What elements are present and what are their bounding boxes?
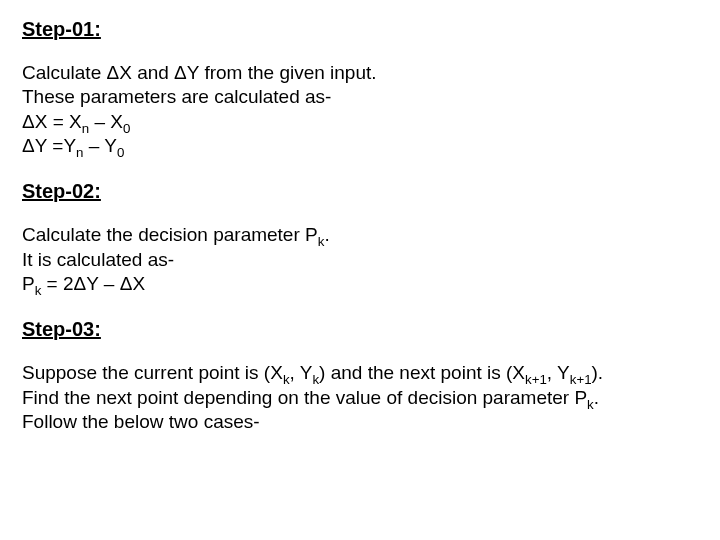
text: . — [594, 387, 599, 408]
step-02-heading: Step-02: — [22, 180, 698, 203]
step-02-body: Calculate the decision parameter Pk. It … — [22, 223, 698, 296]
step-01-line-2: These parameters are calculated as- — [22, 85, 698, 109]
text: ). — [592, 362, 604, 383]
text: Suppose the current point is (X — [22, 362, 283, 383]
text: Calculate the decision parameter P — [22, 224, 318, 245]
text: ) and the next point is (X — [319, 362, 525, 383]
step-01-heading: Step-01: — [22, 18, 698, 41]
subscript-k1: k+1 — [525, 372, 547, 387]
step-03-heading: Step-03: — [22, 318, 698, 341]
step-02-eq: Pk = 2ΔY – ΔX — [22, 272, 698, 296]
text: – X — [89, 111, 123, 132]
text: , Y — [547, 362, 570, 383]
text: P — [22, 273, 35, 294]
step-02-line-2: It is calculated as- — [22, 248, 698, 272]
step-03-body: Suppose the current point is (Xk, Yk) an… — [22, 361, 698, 434]
step-03-line-2: Find the next point depending on the val… — [22, 386, 698, 410]
step-03-line-1: Suppose the current point is (Xk, Yk) an… — [22, 361, 698, 385]
step-03-line-3: Follow the below two cases- — [22, 410, 698, 434]
document-page: Step-01: Calculate ΔX and ΔY from the gi… — [0, 0, 720, 474]
subscript-k: k — [283, 372, 290, 387]
text: – Y — [83, 135, 116, 156]
subscript-0: 0 — [117, 145, 124, 160]
subscript-k: k — [587, 396, 594, 411]
step-02-line-1: Calculate the decision parameter Pk. — [22, 223, 698, 247]
step-01-line-1: Calculate ΔX and ΔY from the given input… — [22, 61, 698, 85]
text: . — [324, 224, 329, 245]
text: , Y — [290, 362, 313, 383]
subscript-k1: k+1 — [570, 372, 592, 387]
text: ΔY =Y — [22, 135, 76, 156]
step-01-body: Calculate ΔX and ΔY from the given input… — [22, 61, 698, 158]
text: = 2ΔY – ΔX — [41, 273, 145, 294]
text: ΔX = X — [22, 111, 82, 132]
step-01-eq-2: ΔY =Yn – Y0 — [22, 134, 698, 158]
text: Find the next point depending on the val… — [22, 387, 587, 408]
step-01-eq-1: ΔX = Xn – X0 — [22, 110, 698, 134]
